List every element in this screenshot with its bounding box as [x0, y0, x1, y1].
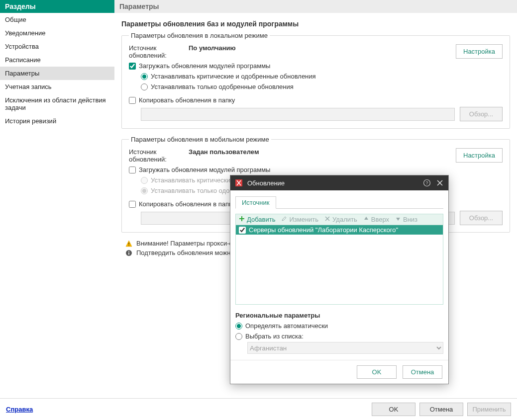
mobile-source-value: Задан пользователем	[189, 148, 259, 156]
mobile-radio-critical	[141, 177, 148, 184]
local-copy-path[interactable]	[141, 108, 455, 121]
regional-radio-list[interactable]	[235, 333, 242, 340]
app-icon	[234, 178, 243, 187]
svg-text:?: ?	[425, 180, 428, 185]
sidebar-item-revisions[interactable]: История ревизий	[0, 114, 114, 128]
footer: Справка OK Отмена Применить	[0, 398, 517, 420]
toolbar-up-label: Вверх	[371, 216, 389, 223]
footer-cancel-button[interactable]: Отмена	[419, 403, 463, 416]
delete-icon	[324, 216, 330, 223]
svg-rect-2	[128, 245, 129, 246]
local-download-modules-label: Загружать обновления модулей программы	[139, 62, 270, 70]
regional-radio-list-label: Выбрать из списка:	[245, 333, 304, 340]
local-radio-approved-label: Устанавливать только одобренные обновлен…	[151, 83, 294, 90]
sidebar-item-general[interactable]: Общие	[0, 13, 114, 26]
info-text: Подтвердить обновления можно в	[136, 249, 239, 256]
sidebar-item-notification[interactable]: Уведомление	[0, 26, 114, 40]
help-icon[interactable]: ?	[422, 178, 431, 187]
local-radio-approved[interactable]	[141, 84, 148, 90]
list-item[interactable]: Серверы обновлений "Лаборатории Касперск…	[236, 225, 443, 235]
source-list[interactable]: Серверы обновлений "Лаборатории Касперск…	[235, 225, 443, 305]
source-toolbar: Добавить Изменить Удалить Вверх Вниз	[235, 214, 443, 225]
regional-radio-auto[interactable]	[235, 323, 242, 330]
warning-text: Внимание! Параметры прокси-серв	[136, 240, 243, 247]
mobile-copy-label: Копировать обновления в папку	[139, 200, 235, 208]
list-item-label: Серверы обновлений "Лаборатории Касперск…	[249, 226, 398, 234]
toolbar-up: Вверх	[363, 216, 389, 223]
mobile-settings-button[interactable]: Настройка	[456, 148, 503, 163]
regional-radio-auto-label: Определять автоматически	[245, 322, 328, 330]
local-source-label: Источник обновлений:	[129, 44, 179, 59]
local-radio-critical[interactable]	[141, 73, 148, 80]
mobile-browse-button[interactable]: Обзор...	[460, 211, 503, 225]
toolbar-down-label: Вниз	[403, 216, 417, 223]
mobile-download-modules-label: Загружать обновления модулей программы	[139, 166, 270, 173]
svg-marker-16	[396, 218, 400, 221]
local-copy-checkbox[interactable]	[129, 97, 136, 104]
toolbar-delete: Удалить	[324, 216, 357, 223]
mobile-download-modules-checkbox[interactable]	[129, 167, 136, 173]
page-title: Параметры	[114, 0, 517, 13]
toolbar-edit-label: Изменить	[289, 216, 318, 223]
sidebar-item-exclusions[interactable]: Исключения из области действия задачи	[0, 93, 114, 114]
warning-icon	[125, 240, 132, 247]
local-source-value: По умолчанию	[189, 44, 236, 52]
mobile-radio-approved	[141, 187, 148, 194]
dialog-cancel-button[interactable]: Отмена	[403, 365, 442, 379]
footer-apply-button[interactable]: Применить	[467, 403, 511, 416]
local-settings-button[interactable]: Настройка	[456, 44, 503, 59]
section-title: Параметры обновления баз и модулей прогр…	[121, 20, 510, 28]
group-local-legend: Параметры обновления в локальном режиме	[129, 32, 270, 39]
sidebar-item-settings[interactable]: Параметры	[0, 67, 114, 80]
svg-marker-15	[364, 217, 368, 220]
local-radio-critical-label: Устанавливать критические и одобренные о…	[151, 73, 316, 80]
mobile-source-label: Источник обновлений:	[129, 148, 179, 163]
toolbar-delete-label: Удалить	[332, 216, 357, 223]
arrow-up-icon	[363, 216, 369, 223]
sidebar: Разделы Общие Уведомление Устройства Рас…	[0, 0, 114, 398]
group-mobile-legend: Параметры обновления в мобильном режиме	[129, 136, 271, 143]
sidebar-title: Разделы	[0, 0, 114, 13]
pencil-icon	[281, 216, 287, 223]
dialog-titlebar[interactable]: Обновление ?	[230, 175, 448, 190]
plus-icon	[239, 216, 245, 223]
local-browse-button[interactable]: Обзор...	[460, 107, 503, 121]
close-icon[interactable]	[435, 178, 444, 187]
toolbar-add-label: Добавить	[247, 216, 275, 223]
update-dialog: Обновление ? Источник Добавить Изменить	[230, 175, 449, 384]
info-icon	[125, 250, 132, 256]
toolbar-add[interactable]: Добавить	[239, 216, 275, 223]
sidebar-item-schedule[interactable]: Расписание	[0, 53, 114, 67]
country-select[interactable]: Афганистан	[247, 342, 443, 354]
dialog-ok-button[interactable]: OK	[357, 365, 397, 379]
svg-rect-4	[128, 252, 129, 255]
footer-ok-button[interactable]: OK	[372, 403, 415, 416]
arrow-down-icon	[395, 216, 401, 223]
toolbar-edit: Изменить	[281, 216, 318, 223]
dialog-title: Обновление	[247, 179, 418, 187]
local-download-modules-checkbox[interactable]	[129, 63, 136, 70]
sidebar-item-devices[interactable]: Устройства	[0, 40, 114, 53]
list-item-checkbox[interactable]	[239, 227, 246, 234]
tab-source[interactable]: Источник	[235, 196, 276, 209]
svg-rect-5	[128, 251, 129, 252]
group-local: Параметры обновления в локальном режиме …	[121, 32, 510, 129]
help-link[interactable]: Справка	[6, 406, 33, 413]
regional-title: Региональные параметры	[235, 312, 443, 319]
toolbar-down: Вниз	[395, 216, 417, 223]
svg-rect-1	[128, 243, 129, 245]
sidebar-item-account[interactable]: Учетная запись	[0, 80, 114, 93]
dialog-tabbar: Источник	[235, 196, 443, 209]
local-copy-label: Копировать обновления в папку	[139, 96, 235, 104]
mobile-copy-checkbox[interactable]	[129, 201, 136, 208]
